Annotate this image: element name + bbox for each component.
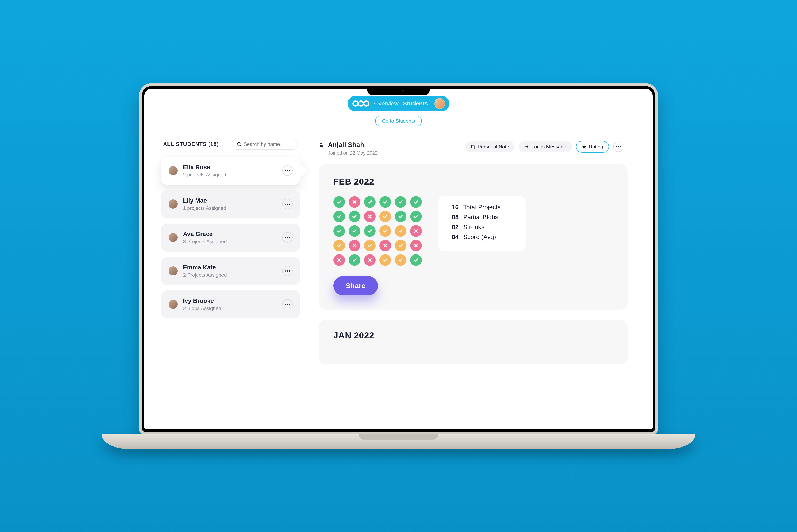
personal-note-button[interactable]: Personal Note bbox=[465, 141, 514, 152]
sidebar-header: ALL STUDENTS (18) bbox=[161, 139, 300, 150]
detail-more-button[interactable] bbox=[613, 141, 624, 152]
student-card[interactable]: Ava Grace 3 Projects Assigned bbox=[161, 224, 300, 251]
month-card-jan: JAN 2022 bbox=[319, 320, 628, 364]
svg-line-4 bbox=[240, 145, 241, 146]
day-partial-dot bbox=[379, 254, 391, 266]
sidebar-title: ALL STUDENTS (18) bbox=[163, 141, 219, 147]
day-complete-dot bbox=[410, 211, 422, 222]
student-avatar bbox=[169, 233, 178, 242]
activity-dot-grid bbox=[333, 196, 422, 266]
day-partial-dot bbox=[395, 240, 406, 251]
day-complete-dot bbox=[333, 196, 345, 208]
day-complete-dot bbox=[395, 211, 406, 222]
student-card[interactable]: Lily Mae 1 projects Assigned bbox=[161, 190, 300, 218]
person-icon bbox=[319, 142, 324, 147]
day-missed-dot bbox=[333, 254, 345, 266]
day-partial-dot bbox=[379, 225, 391, 237]
day-partial-dot bbox=[379, 211, 391, 222]
student-more-button[interactable] bbox=[282, 166, 293, 176]
app-viewport: Overview Students Go to Students ALL STU… bbox=[145, 89, 652, 429]
search-input[interactable] bbox=[244, 141, 293, 147]
share-button[interactable]: Share bbox=[333, 276, 378, 295]
detail-joined-date: Joined on 22 May 2022 bbox=[328, 150, 378, 156]
go-to-students-button[interactable]: Go to Students bbox=[375, 116, 422, 127]
student-info: Ivy Brooke 2 Blobs Assigned bbox=[183, 298, 277, 311]
student-more-button[interactable] bbox=[282, 299, 293, 309]
stat-number: 16 bbox=[449, 204, 459, 211]
svg-point-1 bbox=[358, 101, 363, 106]
focus-message-button[interactable]: Focus Message bbox=[519, 141, 572, 152]
student-info: Ella Rose 2 projects Assigned bbox=[183, 164, 277, 178]
day-missed-dot bbox=[364, 254, 376, 266]
stat-row: 16Total Projects bbox=[449, 204, 515, 211]
day-complete-dot bbox=[410, 196, 422, 208]
day-missed-dot bbox=[379, 240, 391, 251]
day-missed-dot bbox=[349, 240, 360, 251]
month-title-next: JAN 2022 bbox=[333, 330, 613, 340]
student-avatar bbox=[169, 266, 178, 276]
camera-dot bbox=[402, 90, 404, 92]
student-avatar bbox=[169, 200, 178, 209]
student-info: Ava Grace 3 Projects Assigned bbox=[183, 231, 277, 245]
students-sidebar: ALL STUDENTS (18) Ella Rose 2 project bbox=[161, 139, 300, 421]
student-list: Ella Rose 2 projects Assigned Lily Mae 1… bbox=[161, 157, 300, 318]
nav-pill: Overview Students bbox=[348, 96, 449, 112]
app-logo-icon bbox=[352, 99, 369, 108]
day-complete-dot bbox=[410, 254, 422, 266]
content-area: ALL STUDENTS (18) Ella Rose 2 project bbox=[145, 127, 652, 421]
day-complete-dot bbox=[349, 225, 360, 237]
day-missed-dot bbox=[410, 225, 422, 237]
student-more-button[interactable] bbox=[282, 199, 293, 209]
day-partial-dot bbox=[395, 254, 406, 266]
rating-button[interactable]: Rating bbox=[576, 141, 609, 153]
day-missed-dot bbox=[364, 211, 376, 222]
screen-inner: Overview Students Go to Students ALL STU… bbox=[142, 86, 655, 432]
student-name: Ava Grace bbox=[183, 231, 277, 238]
svg-point-5 bbox=[320, 143, 322, 145]
stat-row: 08Partial Blobs bbox=[449, 214, 515, 221]
student-detail-panel: Anjali Shah Joined on 22 May 2022 Person… bbox=[310, 139, 636, 421]
laptop-base bbox=[102, 434, 695, 449]
student-card[interactable]: Ella Rose 2 projects Assigned bbox=[161, 157, 300, 185]
note-icon bbox=[471, 144, 475, 149]
svg-point-3 bbox=[238, 142, 240, 145]
student-avatar bbox=[169, 300, 178, 309]
day-complete-dot bbox=[333, 211, 345, 222]
stat-row: 02Streaks bbox=[449, 224, 515, 231]
svg-point-0 bbox=[353, 101, 358, 106]
student-info: Lily Mae 1 projects Assigned bbox=[183, 197, 277, 211]
student-subtitle: 3 Projects Assigned bbox=[183, 239, 277, 245]
stat-number: 04 bbox=[449, 233, 459, 241]
nav-tab-overview[interactable]: Overview bbox=[374, 100, 398, 107]
student-info: Emma Kate 2 Projects Assigned bbox=[183, 264, 277, 278]
stat-row: 04Score (Avg) bbox=[449, 233, 515, 241]
student-card[interactable]: Emma Kate 2 Projects Assigned bbox=[161, 257, 300, 285]
student-subtitle: 2 projects Assigned bbox=[183, 172, 277, 178]
student-card[interactable]: Ivy Brooke 2 Blobs Assigned bbox=[161, 290, 300, 318]
search-input-wrapper[interactable] bbox=[232, 139, 298, 150]
day-complete-dot bbox=[379, 196, 391, 208]
svg-point-2 bbox=[364, 101, 369, 106]
day-complete-dot bbox=[364, 196, 376, 208]
stat-label: Score (Avg) bbox=[463, 233, 496, 241]
stat-number: 02 bbox=[449, 224, 459, 231]
month-body: 16Total Projects08Partial Blobs02Streaks… bbox=[333, 196, 613, 266]
user-avatar[interactable] bbox=[434, 98, 445, 109]
stat-label: Partial Blobs bbox=[463, 214, 498, 221]
month-card-feb: FEB 2022 16Total Projects08Partial Blobs… bbox=[319, 164, 628, 310]
svg-rect-7 bbox=[472, 146, 475, 149]
day-complete-dot bbox=[349, 254, 360, 266]
day-partial-dot bbox=[395, 225, 406, 237]
day-partial-dot bbox=[364, 240, 376, 251]
student-more-button[interactable] bbox=[282, 266, 293, 276]
detail-header: Anjali Shah Joined on 22 May 2022 Person… bbox=[310, 139, 636, 164]
day-complete-dot bbox=[349, 211, 360, 222]
student-subtitle: 2 Blobs Assigned bbox=[183, 306, 277, 311]
nav-tab-students[interactable]: Students bbox=[403, 100, 428, 107]
day-complete-dot bbox=[333, 225, 345, 237]
student-subtitle: 1 projects Assigned bbox=[183, 205, 277, 211]
day-missed-dot bbox=[410, 240, 422, 251]
student-more-button[interactable] bbox=[282, 232, 293, 243]
student-name: Emma Kate bbox=[183, 264, 277, 271]
day-missed-dot bbox=[349, 196, 360, 208]
